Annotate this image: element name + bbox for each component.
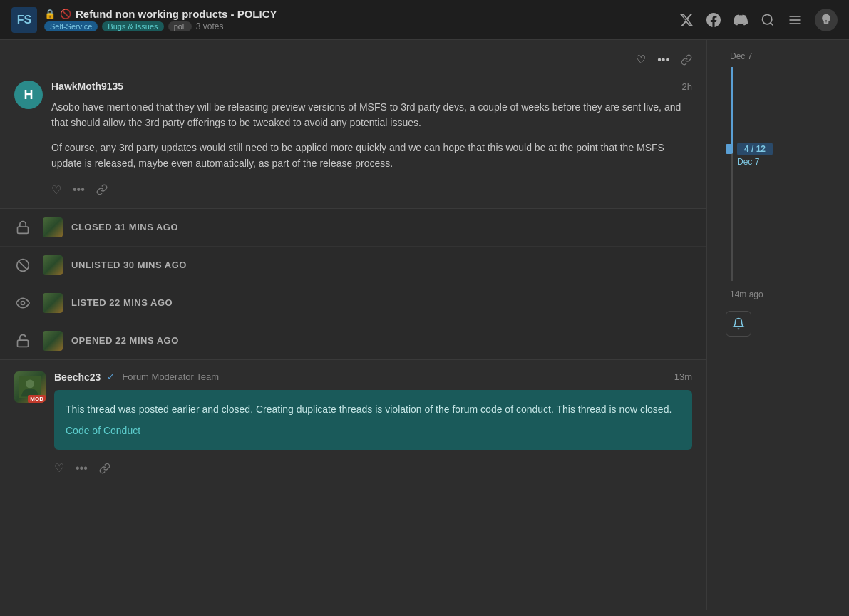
header-title-area: 🔒 🚫 Refund non working products - POLICY… — [44, 8, 277, 31]
twitter-icon[interactable] — [679, 13, 694, 27]
breadcrumb-self-service[interactable]: Self-Service — [44, 21, 98, 31]
site-logo[interactable]: FS — [11, 7, 37, 33]
mod-post-time: 13m — [674, 371, 692, 382]
mod-more-button[interactable]: ••• — [76, 462, 88, 475]
closed-lock-icon — [11, 216, 34, 239]
mod-username[interactable]: Beechc23 — [54, 371, 101, 383]
mod-team-label: Forum Moderator Team — [122, 371, 219, 382]
svg-point-10 — [26, 379, 34, 388]
svg-rect-4 — [18, 227, 29, 233]
timeline-position-label: 4 / 12 — [737, 143, 773, 155]
timeline: Dec 7 4 / 12 Dec 7 14m ago — [716, 51, 840, 337]
breadcrumb-bugs-issues[interactable]: Bugs & Issues — [102, 21, 163, 31]
logo-area: FS 🔒 🚫 Refund non working products - POL… — [11, 7, 679, 33]
hawkmoth-link-button[interactable] — [96, 184, 108, 195]
notification-bell-button[interactable] — [726, 311, 751, 337]
header: FS 🔒 🚫 Refund non working products - POL… — [0, 0, 849, 40]
mod-post-header: Beechc23 ✓ Forum Moderator Team 13m — [54, 371, 692, 383]
activity-listed: LISTED 22 MINS AGO — [0, 284, 706, 322]
timeline-active-segment — [731, 67, 733, 153]
search-icon[interactable] — [761, 13, 775, 27]
moderator-post: MOD Beechc23 ✓ Forum Moderator Team 13m … — [0, 360, 706, 487]
top-post-actions-bar: ♡ ••• — [0, 47, 706, 69]
activity-opened: OPENED 22 MINS AGO — [0, 322, 706, 359]
activity-listed-text: LISTED 22 MINS AGO — [71, 297, 173, 308]
activity-closed: CLOSED 31 MINS AGO — [0, 209, 706, 247]
svg-point-7 — [21, 301, 25, 304]
poll-votes: 3 votes — [196, 21, 224, 31]
hawkmoth-post-header: HawkMoth9135 2h — [51, 81, 692, 92]
mod-link-button[interactable] — [99, 463, 110, 474]
unlist-icon: 🚫 — [60, 9, 71, 19]
moderator-shield-icon: ✓ — [107, 371, 115, 382]
unlisted-icon — [11, 254, 34, 277]
breadcrumb-poll[interactable]: poll — [168, 21, 192, 31]
breadcrumb: Self-Service Bugs & Issues poll 3 votes — [44, 21, 277, 31]
header-icons — [679, 9, 838, 31]
opened-mod-avatar — [43, 331, 63, 351]
hawkmoth-post-actions: ♡ ••• — [51, 183, 692, 197]
unlisted-mod-avatar — [43, 255, 63, 275]
opened-lock-icon — [11, 329, 34, 352]
hawkmoth-more-button[interactable]: ••• — [73, 183, 85, 196]
hawkmoth-avatar-area: H — [14, 81, 43, 197]
activity-unlisted-text: UNLISTED 30 MINS AGO — [71, 260, 187, 270]
listed-mod-avatar — [43, 293, 63, 313]
hawkmoth-post-content: HawkMoth9135 2h Asobo have mentioned tha… — [51, 81, 692, 197]
content-area: ♡ ••• H HawkMoth9135 2h Asobo have menti… — [0, 40, 706, 610]
facebook-icon[interactable] — [706, 13, 721, 27]
hawkmoth-username[interactable]: HawkMoth9135 — [51, 81, 123, 92]
mod-avatar-area: MOD — [14, 371, 46, 476]
activity-log: CLOSED 31 MINS AGO UNLISTED 30 MINS AGO … — [0, 208, 706, 360]
mod-post-body: This thread was posted earlier and close… — [54, 390, 692, 451]
mod-author-info: Beechc23 ✓ Forum Moderator Team — [54, 371, 219, 383]
mod-avatar[interactable]: MOD — [14, 371, 46, 403]
mod-badge: MOD — [28, 395, 46, 403]
timeline-date-bottom: 14m ago — [730, 289, 763, 299]
listed-eye-icon — [11, 292, 34, 314]
svg-rect-8 — [18, 340, 29, 346]
activity-unlisted: UNLISTED 30 MINS AGO — [0, 247, 706, 284]
page-title: 🔒 🚫 Refund non working products - POLICY — [44, 8, 277, 20]
timeline-date-top: Dec 7 — [730, 51, 752, 61]
mod-like-button[interactable]: ♡ — [54, 461, 64, 475]
mod-post-content: Beechc23 ✓ Forum Moderator Team 13m This… — [54, 371, 692, 476]
menu-icon[interactable] — [788, 13, 802, 27]
timeline-position-date: Dec 7 — [737, 157, 759, 167]
timeline-marker-dot — [726, 144, 733, 154]
hawkmoth-post-time: 2h — [682, 81, 692, 92]
top-link-button[interactable] — [681, 53, 692, 66]
sidebar: Dec 7 4 / 12 Dec 7 14m ago — [706, 40, 849, 610]
main-layout: ♡ ••• H HawkMoth9135 2h Asobo have menti… — [0, 40, 849, 610]
timeline-bar: 4 / 12 Dec 7 — [716, 67, 840, 281]
lock-icon: 🔒 — [44, 9, 56, 19]
top-like-button[interactable]: ♡ — [636, 53, 646, 66]
activity-closed-text: CLOSED 31 MINS AGO — [71, 222, 178, 232]
hawkmoth-avatar[interactable]: H — [14, 81, 43, 109]
mod-post-actions: ♡ ••• — [54, 461, 692, 475]
discord-icon[interactable] — [734, 13, 748, 27]
svg-point-0 — [763, 14, 772, 24]
hawkmoth-post: H HawkMoth9135 2h Asobo have mentioned t… — [0, 69, 706, 208]
hawkmoth-post-body: Asobo have mentioned that they will be r… — [51, 99, 692, 172]
user-avatar-icon[interactable] — [815, 9, 838, 31]
activity-opened-text: OPENED 22 MINS AGO — [71, 335, 179, 346]
timeline-current-marker: 4 / 12 — [726, 143, 773, 155]
hawkmoth-like-button[interactable]: ♡ — [51, 183, 61, 197]
code-of-conduct-link[interactable]: Code of Conduct — [66, 425, 140, 436]
top-more-button[interactable]: ••• — [657, 53, 669, 66]
closed-mod-avatar — [43, 217, 63, 237]
svg-line-6 — [19, 261, 27, 270]
